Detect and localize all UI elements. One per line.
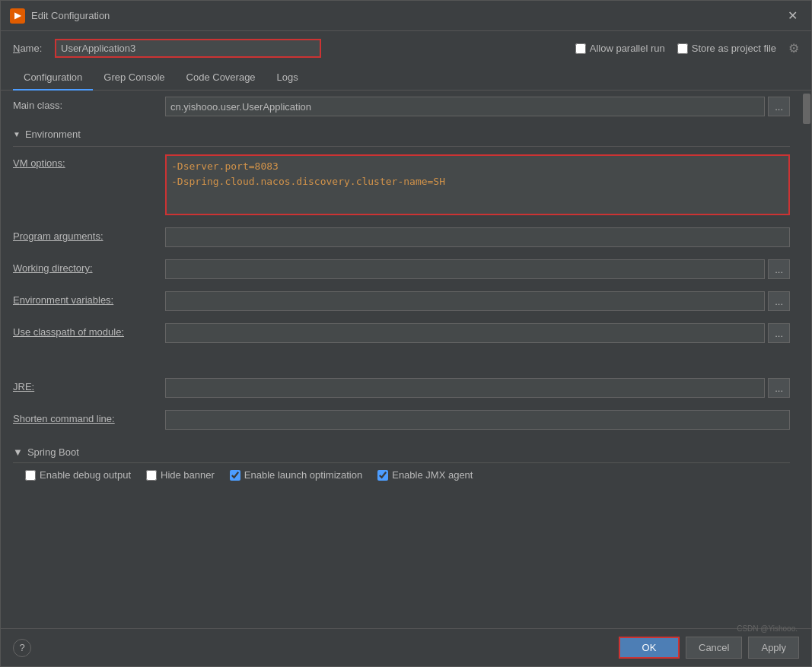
app-icon: ▶ (10, 8, 25, 24)
shorten-command-line-label-text: Shorten command line: (13, 413, 115, 424)
enable-jmx-agent-item: Enable JMX agent (377, 469, 473, 481)
name-row: Name: Allow parallel run Store as projec… (1, 31, 811, 65)
shorten-command-line-row: Shorten command line: (1, 404, 802, 436)
title-bar: ▶ Edit Configuration ✕ (1, 1, 811, 31)
shorten-command-line-input[interactable] (165, 410, 790, 430)
working-directory-browse-button[interactable]: ... (768, 259, 790, 279)
enable-debug-output-item: Enable debug output (25, 469, 131, 481)
tab-grep-console[interactable]: Grep Console (93, 65, 175, 91)
jre-browse-button[interactable]: ... (768, 378, 790, 398)
environment-variables-label-text: Environment variables: (13, 294, 113, 306)
working-directory-input[interactable] (165, 259, 765, 279)
working-directory-label-text: Working directory: (13, 262, 93, 274)
spring-boot-section: ▼ Spring Boot Enable debug output Hide b… (1, 442, 802, 487)
close-button[interactable]: ✕ (783, 8, 802, 24)
main-class-value: ... (165, 97, 790, 116)
main-panel: Main class: ... ▼ Environment VM options… (1, 91, 802, 628)
store-as-project-file-checkbox[interactable] (677, 43, 688, 54)
right-options: Allow parallel run Store as project file… (575, 41, 799, 56)
environment-section-header[interactable]: ▼ Environment (1, 122, 802, 146)
vm-options-row: VM options: -Dserver.port=8083 -Dspring.… (1, 147, 802, 221)
environment-section-label: Environment (25, 129, 81, 140)
shorten-command-line-label: Shorten command line: (13, 410, 165, 424)
watermark: CSDN @Yishooo. (737, 624, 798, 633)
tab-logs[interactable]: Logs (266, 65, 309, 91)
program-arguments-input[interactable] (165, 227, 790, 247)
jre-label: JRE: (13, 378, 165, 392)
environment-variables-row: Environment variables: ... (1, 285, 802, 317)
working-directory-label: Working directory: (13, 259, 165, 274)
working-directory-value: ... (165, 259, 790, 279)
scrollbar[interactable] (802, 91, 811, 628)
environment-variables-input[interactable] (165, 291, 765, 311)
environment-variables-browse-button[interactable]: ... (768, 291, 790, 311)
name-label: Name: (13, 43, 47, 54)
allow-parallel-run-label[interactable]: Allow parallel run (575, 43, 665, 54)
content-spacer (1, 487, 802, 628)
store-as-project-file-label[interactable]: Store as project file (677, 43, 776, 54)
program-arguments-label-text: Program arguments: (13, 230, 103, 242)
gear-icon[interactable]: ⚙ (788, 41, 799, 56)
environment-arrow-icon: ▼ (13, 130, 21, 138)
help-button[interactable]: ? (13, 639, 31, 657)
environment-variables-label: Environment variables: (13, 291, 165, 306)
enable-jmx-agent-label: Enable JMX agent (392, 469, 473, 481)
spacer1 (1, 349, 802, 372)
apply-button[interactable]: Apply (748, 637, 799, 659)
jre-label-text: JRE: (13, 381, 34, 392)
use-classpath-label-text: Use classpath of module: (13, 326, 124, 338)
enable-jmx-agent-checkbox[interactable] (377, 470, 388, 481)
jre-input[interactable] (165, 378, 765, 398)
main-class-label: Main class: (13, 97, 165, 111)
program-arguments-value (165, 227, 790, 247)
working-directory-row: Working directory: ... (1, 253, 802, 285)
spring-boot-header[interactable]: ▼ Spring Boot (13, 442, 790, 462)
allow-parallel-run-text: Allow parallel run (590, 43, 665, 54)
action-bar: ? OK Cancel Apply (1, 628, 811, 666)
spring-boot-options: Enable debug output Hide banner Enable l… (13, 463, 790, 487)
tab-configuration[interactable]: Configuration (13, 65, 93, 91)
name-input[interactable] (55, 39, 321, 58)
program-arguments-label: Program arguments: (13, 227, 165, 242)
tabs-bar: Configuration Grep Console Code Coverage… (1, 65, 811, 91)
allow-parallel-run-checkbox[interactable] (575, 43, 586, 54)
vm-options-label: VM options: (13, 154, 165, 169)
shorten-command-line-value (165, 410, 790, 430)
content-area: Main class: ... ▼ Environment VM options… (1, 91, 811, 628)
jre-value: ... (165, 378, 790, 398)
enable-debug-output-checkbox[interactable] (25, 470, 36, 481)
action-buttons: OK Cancel Apply (619, 637, 799, 659)
environment-variables-value: ... (165, 291, 790, 311)
dialog-title: Edit Configuration (31, 10, 110, 21)
tab-code-coverage[interactable]: Code Coverage (176, 65, 266, 91)
program-arguments-row: Program arguments: (1, 221, 802, 253)
vm-options-textarea[interactable]: -Dserver.port=8083 -Dspring.cloud.nacos.… (165, 154, 790, 215)
use-classpath-value: ... (165, 323, 790, 343)
vm-options-label-text: VM options: (13, 157, 65, 169)
cancel-button[interactable]: Cancel (686, 637, 742, 659)
ok-button[interactable]: OK (619, 637, 680, 659)
main-class-row: Main class: ... (1, 91, 802, 122)
store-as-project-file-text: Store as project file (692, 43, 776, 54)
hide-banner-checkbox[interactable] (146, 470, 157, 481)
main-class-input[interactable] (165, 97, 765, 116)
enable-launch-optimization-checkbox[interactable] (230, 470, 240, 481)
scrollbar-thumb[interactable] (803, 94, 810, 124)
use-classpath-label: Use classpath of module: (13, 323, 165, 338)
use-classpath-row: Use classpath of module: ... (1, 317, 802, 349)
vm-options-value: -Dserver.port=8083 -Dspring.cloud.nacos.… (165, 154, 790, 215)
use-classpath-browse-button[interactable]: ... (768, 323, 790, 343)
enable-launch-optimization-item: Enable launch optimization (230, 469, 362, 481)
hide-banner-label: Hide banner (161, 469, 215, 481)
edit-configuration-dialog: ▶ Edit Configuration ✕ Name: Allow paral… (0, 0, 812, 667)
spring-boot-section-label: Spring Boot (27, 446, 79, 458)
main-class-browse-button[interactable]: ... (768, 97, 790, 116)
jre-row: JRE: ... (1, 372, 802, 404)
enable-debug-output-label: Enable debug output (40, 469, 131, 481)
title-bar-left: ▶ Edit Configuration (10, 8, 110, 24)
enable-launch-optimization-label: Enable launch optimization (244, 469, 362, 481)
use-classpath-input[interactable] (165, 323, 765, 343)
hide-banner-item: Hide banner (146, 469, 215, 481)
spring-boot-arrow-icon: ▼ (13, 446, 23, 458)
